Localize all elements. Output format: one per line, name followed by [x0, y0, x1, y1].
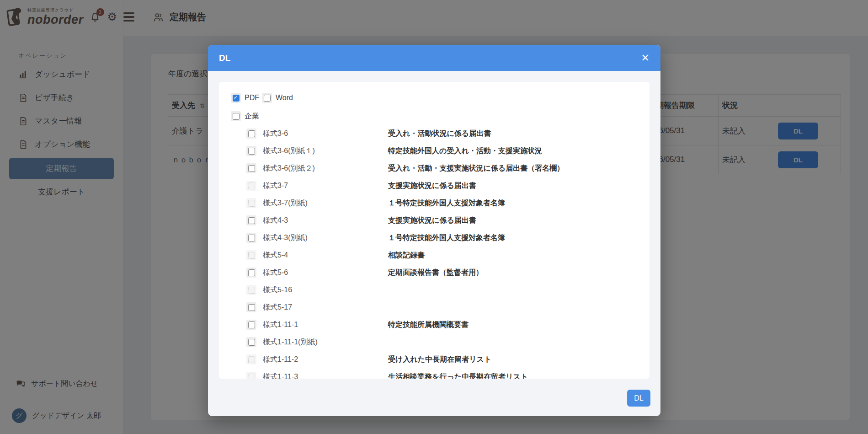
document-checkbox[interactable] [246, 129, 256, 139]
app-root: 特定技能管理クラウド noborder 3 ⚙ オペレーション [0, 0, 868, 434]
document-code: 様式3-6 [263, 129, 383, 139]
format-options: PDF Word [231, 92, 636, 104]
document-code: 様式5-17 [263, 303, 383, 312]
document-checkbox [246, 372, 256, 379]
document-code: 様式4-3(別紙) [263, 233, 383, 243]
document-code: 様式3-6(別紙１) [263, 146, 383, 156]
close-icon[interactable]: ✕ [641, 53, 650, 63]
document-checkbox[interactable] [246, 302, 256, 312]
document-checkbox[interactable] [246, 233, 256, 243]
document-rows: 様式3-6 受入れ・活動状況に係る届出書 様式3-6(別紙１) 特定技能外国人の… [231, 125, 636, 379]
document-code: 様式4-3 [263, 216, 383, 225]
document-row: 様式5-16 [231, 281, 636, 299]
format-label-word: Word [276, 94, 293, 102]
document-row: 様式1-11-1(別紙) [231, 333, 636, 351]
document-description: 特定技能外国人の受入れ・活動・支援実施状況 [388, 146, 636, 156]
document-row: 様式3-7 支援実施状況に係る届出書 [231, 177, 636, 194]
document-checkbox [246, 181, 256, 191]
document-description: 生活相談業務を行った中長期在留者リスト [388, 372, 636, 379]
modal-title: DL [219, 53, 230, 63]
document-checkbox[interactable] [246, 268, 256, 278]
document-code: 様式3-7 [263, 181, 383, 191]
document-checkbox[interactable] [246, 215, 256, 225]
document-description: 支援実施状況に係る届出書 [388, 216, 636, 225]
document-code: 様式1-11-3 [263, 372, 383, 379]
document-row: 様式3-6 受入れ・活動状況に係る届出書 [231, 125, 636, 142]
document-description: 受け入れた中長期在留者リスト [388, 355, 636, 364]
document-row: 様式4-3(別紙) １号特定技能外国人支援対象者名簿 [231, 229, 636, 246]
document-row: 様式3-6(別紙１) 特定技能外国人の受入れ・活動・支援実施状況 [231, 142, 636, 160]
modal-footer: DL [208, 390, 660, 416]
document-description: 定期面談報告書（監督者用） [388, 268, 636, 278]
document-row: 様式5-4 相談記録書 [231, 246, 636, 264]
document-row: 様式3-7(別紙) １号特定技能外国人支援対象者名簿 [231, 194, 636, 212]
document-row: 様式1-11-2 受け入れた中長期在留者リスト [231, 351, 636, 368]
document-checkbox [246, 285, 256, 295]
document-code: 様式1-11-1 [263, 320, 383, 330]
document-description: 特定技能所属機関概要書 [388, 320, 636, 330]
document-row: 様式4-3 支援実施状況に係る届出書 [231, 212, 636, 229]
document-checkbox [246, 198, 256, 208]
document-checkbox[interactable] [246, 337, 256, 347]
document-row: 様式5-17 [231, 299, 636, 316]
document-checkbox[interactable] [246, 146, 256, 156]
document-description: 相談記録書 [388, 251, 636, 260]
download-button[interactable]: DL [627, 390, 650, 407]
document-checkbox [246, 250, 256, 260]
document-code: 様式1-11-2 [263, 355, 383, 364]
document-checkbox[interactable] [246, 163, 256, 173]
document-row: 様式3-6(別紙２) 受入れ・活動・支援実施状況に係る届出書（署名欄） [231, 160, 636, 177]
dl-modal: DL ✕ PDF Word 企業 様式3-6 受入れ・活動状況に係る届出書 様式… [208, 45, 660, 416]
document-checkbox [246, 354, 256, 364]
modal-header: DL ✕ [208, 45, 660, 71]
format-checkbox-pdf[interactable] [231, 93, 241, 103]
document-row: 様式5-6 定期面談報告書（監督者用） [231, 264, 636, 281]
format-label-pdf: PDF [245, 94, 259, 102]
company-label: 企業 [245, 112, 259, 121]
document-row: 様式1-11-3 生活相談業務を行った中長期在留者リスト [231, 368, 636, 379]
company-checkbox[interactable] [231, 111, 241, 121]
document-description: 支援実施状況に係る届出書 [388, 181, 636, 191]
document-checkbox[interactable] [246, 320, 256, 330]
group-row-company: 企業 [231, 110, 636, 122]
modal-body: PDF Word 企業 様式3-6 受入れ・活動状況に係る届出書 様式3-6(別… [208, 71, 660, 390]
document-code: 様式5-16 [263, 285, 383, 295]
document-row: 様式1-11-1 特定技能所属機関概要書 [231, 316, 636, 333]
document-list-panel: PDF Word 企業 様式3-6 受入れ・活動状況に係る届出書 様式3-6(別… [219, 82, 650, 379]
document-code: 様式1-11-1(別紙) [263, 338, 383, 347]
format-checkbox-word[interactable] [262, 93, 272, 103]
document-code: 様式5-6 [263, 268, 383, 278]
document-description: １号特定技能外国人支援対象者名簿 [388, 233, 636, 243]
document-code: 様式5-4 [263, 251, 383, 260]
document-code: 様式3-6(別紙２) [263, 164, 383, 173]
document-description: 受入れ・活動・支援実施状況に係る届出書（署名欄） [388, 164, 636, 173]
document-description: １号特定技能外国人支援対象者名簿 [388, 198, 636, 208]
document-code: 様式3-7(別紙) [263, 198, 383, 208]
document-description: 受入れ・活動状況に係る届出書 [388, 129, 636, 139]
